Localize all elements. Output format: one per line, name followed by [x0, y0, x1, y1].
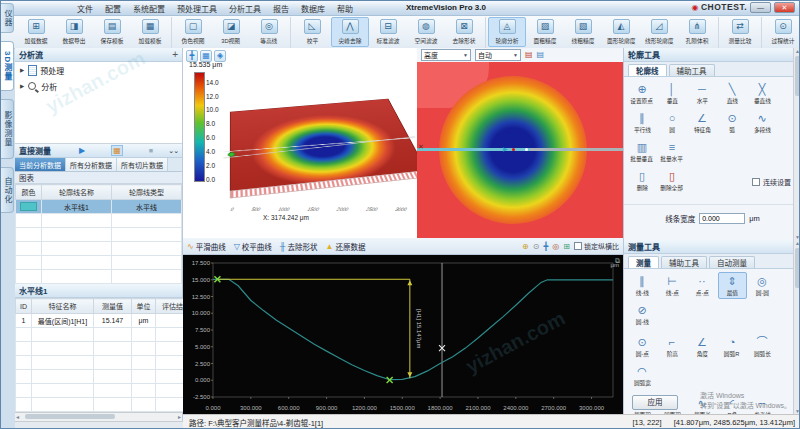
minimize-button[interactable]: —: [750, 2, 771, 13]
menu-6[interactable]: 数据库: [295, 3, 331, 14]
menu-3[interactable]: 预处理工具: [171, 3, 223, 14]
ribbon-button-1-0[interactable]: ▢伪色视图: [174, 17, 212, 47]
measure-tool-0[interactable]: ∥线-线: [628, 272, 657, 299]
ribbon-button-0-0[interactable]: ⊞加载数据: [17, 17, 55, 47]
contour-tool-12[interactable]: ▯删除: [628, 167, 657, 194]
sidebar-tab-1[interactable]: 3D测量: [1, 41, 14, 91]
contour-tool-13[interactable]: ▯删除全部: [658, 167, 687, 194]
contour-tool-0[interactable]: ⊕设置原点: [628, 80, 657, 107]
tree-expander-icon[interactable]: ▶: [20, 67, 24, 73]
menu-1[interactable]: 配置: [99, 3, 127, 14]
ribbon-button-0-3[interactable]: ▦加载模板: [131, 17, 169, 47]
left-panel-hscrollbar[interactable]: ◂ ▸: [15, 412, 182, 421]
add-flow-icon[interactable]: +: [172, 49, 178, 60]
measure-tool-9[interactable]: ◔圆弧R: [718, 333, 747, 360]
profile-chart[interactable]: 17.50015.00012.50010.0007.5005.0002.5000…: [183, 255, 623, 414]
measure-tool-3[interactable]: ⇕最值: [718, 272, 747, 299]
zoom-in-icon[interactable]: ⊕: [522, 242, 529, 251]
menu-0[interactable]: 文件: [71, 3, 99, 14]
measure-tool-6[interactable]: ⊙圆-点: [628, 333, 657, 360]
scale-mode-select[interactable]: 自动▼: [475, 49, 521, 61]
cross-section-line[interactable]: [417, 148, 623, 151]
contour-tool-3[interactable]: ╲直线: [718, 80, 747, 107]
menu-7[interactable]: 帮助: [331, 3, 359, 14]
contour-tool-1[interactable]: │垂直: [658, 80, 687, 107]
tree-expander-icon[interactable]: ▶: [20, 83, 24, 89]
apply-button[interactable]: 应用: [632, 395, 678, 410]
ribbon-button-3-1[interactable]: ▨面粗糙度: [526, 17, 564, 47]
menu-2[interactable]: 系统配置: [127, 3, 171, 14]
measure-panel-vscrollbar[interactable]: ▲ ▼: [793, 240, 800, 414]
continuous-setting-checkbox[interactable]: 连续设置: [752, 177, 791, 187]
flow-item-1[interactable]: ▶分析: [15, 78, 182, 94]
contour-tool-7[interactable]: ∠特征角: [688, 109, 717, 136]
measure-tool-11[interactable]: ◠圆弧宽: [628, 362, 657, 389]
ribbon-button-2-4[interactable]: ⊠去除形状: [445, 17, 483, 47]
height-mode-select[interactable]: 高度▼: [421, 49, 471, 61]
reset-view-icon[interactable]: ◎: [552, 242, 559, 251]
flow-item-0[interactable]: ▶预处理: [15, 62, 182, 78]
measure-tab-2[interactable]: 自动测量: [709, 256, 755, 268]
chart-corner-icon[interactable]: ⧉: [615, 257, 620, 265]
scrollbar-thumb[interactable]: [795, 56, 800, 96]
stop-icon[interactable]: ■: [149, 147, 153, 154]
measure-tool-10[interactable]: ⌒圆弧长: [748, 333, 777, 360]
measure-tool-2[interactable]: ··点-点: [688, 272, 717, 299]
sidebar-tab-2[interactable]: 影像测量: [1, 99, 14, 159]
sidebar-tab-0[interactable]: 仪器: [1, 3, 14, 33]
ribbon-button-2-1[interactable]: ⋀尖峰去除: [331, 17, 369, 47]
contour-tool-9[interactable]: ∿多段线: [748, 109, 777, 136]
menu-4[interactable]: 分析工具: [223, 3, 267, 14]
contour-tab-0[interactable]: 轮廓线: [628, 64, 667, 76]
contour-panel-vscrollbar[interactable]: ▲ ▼: [793, 48, 800, 240]
ribbon-button-3-5[interactable]: ⋔孔隙体积: [678, 17, 716, 47]
contour-tool-10[interactable]: ▥批量垂直: [628, 138, 657, 165]
data-tab-1[interactable]: 所有分析数据: [66, 158, 117, 171]
measure-tool-7[interactable]: ⌐阶高: [658, 333, 687, 360]
heightmap-2d[interactable]: ✕ ▶: [417, 62, 623, 238]
zoom-window-icon[interactable]: ⊙: [533, 242, 540, 251]
ribbon-button-3-4[interactable]: ◿线形轮廓度: [640, 17, 678, 47]
measure-tab-1[interactable]: 辅助工具: [661, 256, 707, 268]
measure-tool-8[interactable]: ∠角度: [688, 333, 717, 360]
ribbon-button-2-2[interactable]: ⊟标准滤波: [369, 17, 407, 47]
scale-bars-blue-icon[interactable]: ▤: [537, 50, 545, 60]
measure-tab-0[interactable]: 测量: [628, 256, 659, 268]
close-button[interactable]: ✕: [774, 2, 795, 13]
contour-tool-11[interactable]: ≡批量水平: [658, 138, 687, 165]
ribbon-button-3-3[interactable]: ◭面形轮廓度: [602, 17, 640, 47]
ribbon-button-1-1[interactable]: ◪3D视图: [212, 17, 250, 47]
contour-tool-6[interactable]: ○圆: [658, 109, 687, 136]
contour-tool-8[interactable]: ⊙弧: [718, 109, 747, 136]
contour-tool-2[interactable]: ─水平: [688, 80, 717, 107]
pan-icon[interactable]: ╋: [543, 242, 548, 251]
measure-tool-4[interactable]: ◎圆-圆: [748, 272, 777, 299]
collapse-icon[interactable]: ⌄⌄: [168, 147, 178, 155]
ribbon-button-3-2[interactable]: ▧线粗糙度: [564, 17, 602, 47]
grid-view-icon[interactable]: ▦: [111, 145, 123, 156]
table-row[interactable]: 水平线1水平线: [16, 200, 182, 214]
ribbon-button-2-3[interactable]: ◍空间滤波: [407, 17, 445, 47]
scale-bars-red-icon[interactable]: ▤: [525, 50, 533, 60]
remove-form-button[interactable]: ╫去除形状: [280, 241, 318, 252]
run-icon[interactable]: ▶: [79, 146, 85, 155]
ribbon-button-0-1[interactable]: ◨数据导出: [55, 17, 93, 47]
line-width-input[interactable]: [699, 213, 745, 224]
measure-tool-5[interactable]: ⊘圆-线: [628, 301, 657, 328]
fullscreen-icon[interactable]: ⊞: [563, 242, 570, 251]
scrollbar-thumb[interactable]: [795, 248, 800, 288]
data-tab-2[interactable]: 所有切片数据: [117, 158, 168, 171]
measure-tool-1[interactable]: ⊢线-点: [658, 272, 687, 299]
ribbon-button-3-0[interactable]: ◬轮廓分析: [488, 17, 526, 47]
restore-data-button[interactable]: ▲还原数据: [326, 241, 366, 252]
ribbon-button-5-0[interactable]: ⊙过程统计: [764, 17, 800, 47]
smooth-curve-button[interactable]: ∿平滑曲线: [187, 241, 226, 252]
table-row[interactable]: 1最值(区间)1[H1]15.147μm: [16, 314, 197, 328]
menu-5[interactable]: 报告: [267, 3, 295, 14]
contour-tool-5[interactable]: ∥平行线: [628, 109, 657, 136]
ribbon-button-4-0[interactable]: ⇄测量比较: [721, 17, 759, 47]
sidebar-tab-3[interactable]: 自动化: [1, 167, 14, 213]
ribbon-button-2-0[interactable]: ◺校平: [293, 17, 331, 47]
contour-tool-4[interactable]: ╳垂直线: [748, 80, 777, 107]
data-tab-0[interactable]: 当前分析数据: [15, 158, 66, 171]
